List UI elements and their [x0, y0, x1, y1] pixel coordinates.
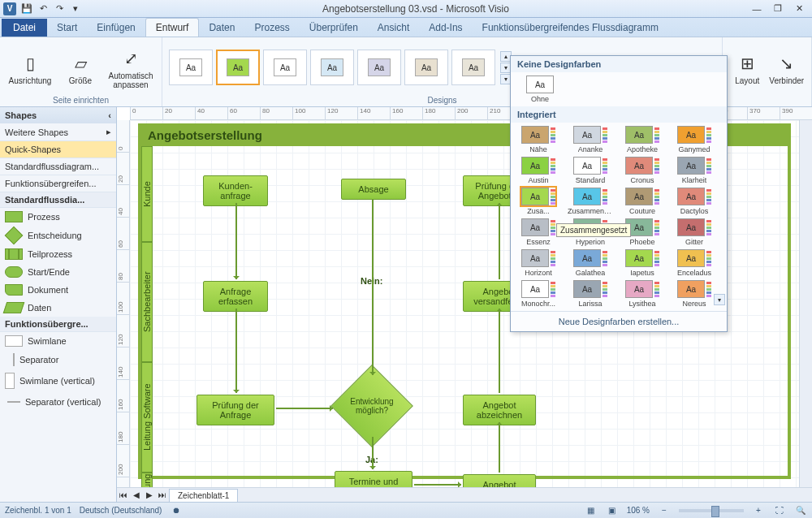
- palette-swatch[interactable]: AaStandard: [568, 157, 613, 184]
- palette-swatch[interactable]: AaZusa...: [516, 188, 561, 215]
- box-termine[interactable]: Termine und Kosten: [335, 471, 412, 487]
- qat-redo-icon[interactable]: ↷: [52, 2, 67, 16]
- tab-prozess[interactable]: Prozess: [244, 19, 299, 37]
- qat-undo-icon[interactable]: ↶: [36, 2, 50, 16]
- shapes-cat-funk[interactable]: Funktionsübergreifen...: [0, 175, 116, 192]
- box-anfrage-erfassen[interactable]: Anfrage erfassen: [203, 281, 268, 312]
- tab-addins[interactable]: Add-Ins: [419, 19, 472, 37]
- palette-swatch[interactable]: AaAustin: [516, 157, 561, 184]
- tab-ansicht[interactable]: Ansicht: [368, 19, 419, 37]
- zoom-slider[interactable]: [679, 509, 744, 512]
- palette-swatch[interactable]: AaAnanke: [568, 126, 613, 153]
- design-theme-thumb[interactable]: Aa: [310, 50, 354, 85]
- design-theme-thumb[interactable]: Aa: [451, 50, 495, 85]
- sheet-nav-first[interactable]: ⏮: [117, 490, 130, 499]
- minimize-button[interactable]: —: [747, 2, 767, 15]
- qat-customize-icon[interactable]: ▾: [68, 2, 83, 16]
- design-theme-thumb[interactable]: Aa: [357, 50, 401, 85]
- tab-funk[interactable]: Funktionsübergreifendes Flussdiagramm: [473, 19, 668, 37]
- shape-prozess[interactable]: Prozess: [0, 208, 116, 226]
- shape-separator[interactable]: Separator: [0, 350, 116, 369]
- shape-swimlane-v[interactable]: Swimlane (vertical): [0, 369, 116, 392]
- sheet-tab[interactable]: Zeichenblatt-1: [169, 489, 238, 502]
- ausrichtung-button[interactable]: ▯Ausrichtung: [6, 50, 54, 85]
- layout-button[interactable]: ⊞Layout: [729, 50, 766, 85]
- swimlane-sachbearbeiter[interactable]: Sachbearbeiter: [141, 242, 153, 362]
- palette-swatch[interactable]: AaHorizont: [516, 249, 561, 277]
- tab-entwurf[interactable]: Entwurf: [145, 18, 200, 37]
- palette-scroll-down[interactable]: ▾: [714, 294, 725, 305]
- palette-swatch[interactable]: AaDactylos: [672, 188, 717, 215]
- connector[interactable]: [414, 484, 461, 486]
- tab-daten[interactable]: Daten: [199, 19, 244, 37]
- palette-swatch[interactable]: AaNereus: [672, 280, 717, 308]
- palette-swatch[interactable]: AaCouture: [620, 188, 665, 215]
- shapes-cat-standard[interactable]: Standardflussdiagram...: [0, 158, 116, 175]
- shape-startende[interactable]: Start/Ende: [0, 263, 116, 281]
- swimlane-kunde[interactable]: Kunde: [141, 146, 153, 242]
- shape-entscheidung[interactable]: Entscheidung: [0, 226, 116, 245]
- connector[interactable]: [499, 203, 500, 279]
- shapes-cat-more[interactable]: Weitere Shapes▸: [0, 123, 116, 141]
- connector[interactable]: [276, 408, 333, 409]
- decision-entwicklung[interactable]: Entwicklung möglich?: [335, 377, 409, 435]
- palette-swatch[interactable]: AaIapetus: [620, 249, 665, 277]
- autoanpassen-button[interactable]: ⤢Automatisch anpassen: [107, 45, 154, 89]
- verbinder-button[interactable]: ↘Verbinder: [769, 50, 806, 85]
- tab-einfugen[interactable]: Einfügen: [87, 19, 145, 37]
- swimlane-leitung[interactable]: Leitung Software: [141, 362, 153, 473]
- palette-swatch[interactable]: AaEssenz: [516, 218, 561, 246]
- box-absage[interactable]: Absage: [341, 179, 406, 200]
- tab-uberprufen[interactable]: Überprüfen: [300, 19, 368, 37]
- palette-swatch[interactable]: AaGanymed: [672, 126, 717, 153]
- design-theme-thumb[interactable]: Aa: [169, 50, 213, 85]
- palette-swatch[interactable]: AaKlarheit: [672, 157, 717, 184]
- sheet-nav-last[interactable]: ⏭: [156, 490, 169, 499]
- grosse-button[interactable]: ▱Größe: [57, 50, 104, 85]
- design-theme-thumb[interactable]: Aa: [263, 50, 307, 85]
- palette-swatch[interactable]: AaLysithea: [620, 280, 665, 308]
- sheet-nav-next[interactable]: ▶: [143, 490, 156, 499]
- design-theme-thumb[interactable]: Aa: [216, 50, 260, 85]
- swimlane-tleitung[interactable]: tleitung: [141, 473, 153, 487]
- box-kundenanfrage[interactable]: Kunden- anfrage: [203, 175, 268, 206]
- tab-start[interactable]: Start: [47, 19, 87, 37]
- palette-swatch[interactable]: AaGalathea: [568, 249, 613, 277]
- pan-zoom-icon[interactable]: 🔍: [794, 504, 807, 517]
- box-pruefung-anfrage[interactable]: Prüfung der Anfrage: [197, 395, 274, 425]
- sheet-nav-prev[interactable]: ◀: [130, 490, 143, 499]
- vertical-scrollbar[interactable]: [799, 120, 812, 487]
- zoom-out-button[interactable]: −: [658, 504, 671, 517]
- macro-record-icon[interactable]: ⏺: [170, 504, 183, 517]
- close-button[interactable]: ✕: [789, 2, 809, 15]
- shape-teilprozess[interactable]: Teilprozess: [0, 245, 116, 263]
- palette-swatch[interactable]: AaNähe: [516, 126, 561, 153]
- shape-dokument[interactable]: Dokument: [0, 281, 116, 299]
- palette-swatch[interactable]: AaLarissa: [568, 280, 613, 308]
- palette-swatch[interactable]: AaApotheke: [620, 126, 665, 153]
- connector[interactable]: [235, 309, 237, 393]
- view-fullscreen-icon[interactable]: ▣: [606, 504, 619, 517]
- shape-swimlane[interactable]: Swimlane: [0, 332, 116, 350]
- box-angebot-vorbereiten[interactable]: Angebot vorbereiten: [463, 474, 536, 487]
- palette-none-swatch[interactable]: Aa Ohne: [517, 76, 563, 103]
- design-theme-thumb[interactable]: Aa: [404, 50, 448, 85]
- palette-swatch[interactable]: AaEnceladus: [672, 249, 717, 277]
- zoom-in-button[interactable]: +: [752, 504, 765, 517]
- restore-button[interactable]: ❐: [768, 2, 788, 15]
- shapes-cat-quick[interactable]: Quick-Shapes: [0, 141, 116, 158]
- connector[interactable]: [372, 200, 374, 375]
- fit-window-icon[interactable]: ⛶: [773, 504, 786, 517]
- connector[interactable]: [499, 309, 500, 393]
- shape-separator-v[interactable]: Separator (vertical): [0, 392, 116, 412]
- connector[interactable]: [372, 437, 374, 469]
- palette-new-colors[interactable]: Neue Designfarben erstellen...: [511, 311, 727, 331]
- view-normal-icon[interactable]: ▦: [585, 504, 598, 517]
- tab-file[interactable]: Datei: [2, 19, 47, 37]
- palette-swatch[interactable]: AaMonochr...: [516, 280, 561, 308]
- palette-swatch[interactable]: AaGitter: [672, 218, 717, 246]
- shapes-collapse-icon[interactable]: ‹: [108, 110, 111, 120]
- palette-swatch[interactable]: AaZusammengesetzt: [568, 188, 613, 215]
- shape-daten[interactable]: Daten: [0, 299, 116, 317]
- connector[interactable]: [235, 203, 237, 279]
